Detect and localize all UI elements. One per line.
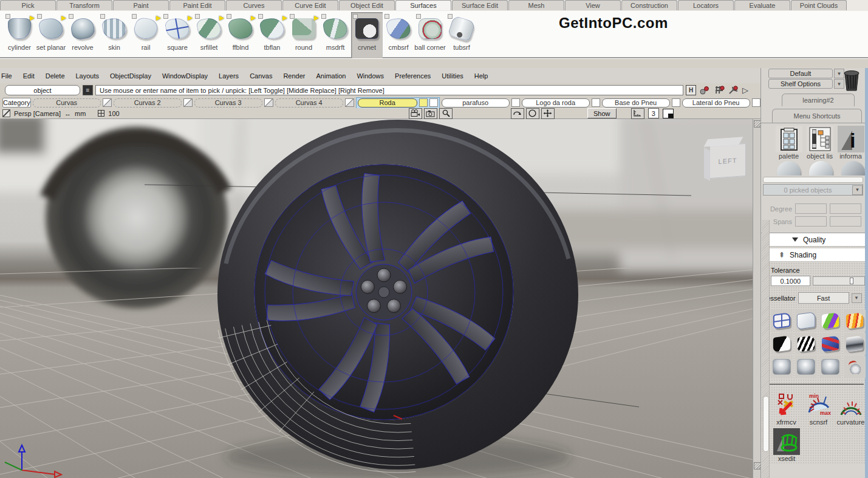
camera-icon[interactable]: [424, 108, 437, 119]
shading-mode-button[interactable]: [819, 310, 841, 332]
history-button[interactable]: H: [686, 85, 696, 95]
shelf-tool-button[interactable]: revolve: [67, 12, 98, 58]
shelf-tool-button[interactable]: set planar: [35, 12, 67, 58]
scnsrf-tool[interactable]: minmax scnsrf: [804, 392, 833, 426]
ruler-icon[interactable]: [631, 108, 644, 119]
menu-item[interactable]: File: [0, 72, 18, 80]
module-tab[interactable]: Transform: [56, 0, 112, 10]
layer-state-icon[interactable]: [183, 98, 193, 107]
tool-option-box[interactable]: [100, 14, 105, 19]
tool-option-box[interactable]: [353, 14, 358, 19]
module-tab[interactable]: Surfaces: [395, 0, 451, 10]
twist-icon[interactable]: [511, 108, 524, 119]
trash-icon[interactable]: [843, 70, 860, 93]
quality-header[interactable]: Quality: [769, 233, 865, 247]
layer-state-icon[interactable]: [672, 98, 680, 107]
tool-option-box[interactable]: [258, 14, 263, 19]
layer-tab[interactable]: Curvas 4: [275, 98, 343, 108]
layer-state-icon[interactable]: [511, 98, 520, 107]
shelf-tool-button[interactable]: round: [288, 12, 320, 58]
menu-item[interactable]: Layouts: [70, 72, 105, 80]
menu-item[interactable]: WindowDisplay: [157, 72, 213, 80]
prompt-input[interactable]: Use mouse or enter name of item to pick …: [95, 85, 683, 95]
layer-state-icon[interactable]: [419, 98, 428, 107]
prompt-expand-arrow[interactable]: ▷: [742, 86, 748, 95]
menu-item[interactable]: Edit: [18, 72, 40, 80]
shelf-tool-button[interactable]: ffblnd: [225, 12, 256, 58]
tab-learning[interactable]: learning#2: [782, 94, 855, 106]
layer-tab-active[interactable]: Roda: [358, 98, 417, 108]
panel-scroll-thumb[interactable]: [763, 396, 769, 452]
tool-option-box[interactable]: [69, 14, 73, 19]
pan-icon[interactable]: [541, 108, 555, 119]
layer-tab[interactable]: Curvas 2: [114, 98, 182, 108]
tolerance-value-field[interactable]: 0.1000: [771, 276, 810, 286]
degree-field-v[interactable]: [830, 203, 861, 214]
menu-item[interactable]: Render: [278, 72, 310, 80]
tool-option-box[interactable]: [37, 14, 42, 19]
shelf-tool-button[interactable]: tubsrf: [446, 12, 477, 58]
pick-hull-icon[interactable]: [728, 85, 740, 96]
shading-mode-button[interactable]: [844, 333, 866, 355]
shading-mode-button[interactable]: [819, 333, 841, 355]
module-tab[interactable]: Surface Edit: [452, 0, 508, 10]
shading-header[interactable]: ⇞ Shading: [769, 248, 865, 262]
module-tab[interactable]: Point Clouds: [791, 0, 847, 10]
tool-option-box[interactable]: [384, 14, 389, 19]
shelf-set-select[interactable]: Default: [768, 69, 833, 78]
layer-tab[interactable]: Curvas 3: [194, 98, 262, 108]
show-button[interactable]: Show: [587, 108, 617, 118]
menu-item[interactable]: Preferences: [389, 72, 436, 80]
tool-option-box[interactable]: [132, 14, 137, 19]
shelf-tool-button[interactable]: cmbsrf: [383, 12, 414, 58]
tool-option-box[interactable]: [321, 14, 326, 19]
panel-scroll-strip[interactable]: [762, 220, 770, 478]
tool-option-box[interactable]: [163, 14, 168, 19]
dome-icon[interactable]: [526, 108, 539, 119]
module-tab[interactable]: Construction: [621, 0, 677, 10]
xsedit-tool[interactable]: xsedit: [772, 428, 801, 462]
pick-filter-select[interactable]: object: [5, 85, 80, 95]
shelf-options-select[interactable]: Shelf Options: [768, 79, 833, 89]
degree-field-u[interactable]: [795, 203, 827, 214]
shelf-tool-button[interactable]: ball corner: [414, 12, 446, 58]
menu-item[interactable]: Layers: [213, 72, 244, 80]
shelf-tool-button[interactable]: msdrft: [320, 12, 351, 58]
picked-objects-bar[interactable]: 0 picked objects ▼: [763, 184, 863, 196]
tool-option-box[interactable]: [448, 14, 453, 19]
prompt-menu-button[interactable]: ≡: [83, 85, 93, 95]
pick-component-icon[interactable]: [713, 85, 725, 96]
spans-field-v[interactable]: [830, 216, 861, 227]
tessellator-dropdown-button[interactable]: ▼: [852, 293, 862, 303]
module-tab[interactable]: Locators: [678, 0, 734, 10]
shelf-tool-button[interactable]: tbflan: [256, 12, 288, 58]
shading-mode-button[interactable]: [844, 356, 866, 378]
tool-option-box[interactable]: [290, 14, 295, 19]
module-tab[interactable]: Mesh: [508, 0, 564, 10]
pick-object-icon[interactable]: [699, 85, 711, 96]
tolerance-slider[interactable]: [813, 276, 865, 285]
window-count-button[interactable]: 3: [648, 108, 659, 118]
layer-tab[interactable]: parafuso: [442, 98, 510, 108]
menu-item[interactable]: Canvas: [244, 72, 278, 80]
shelf-tool-button[interactable]: srfillet: [193, 12, 225, 58]
module-tab[interactable]: Pick: [0, 0, 56, 10]
shading-mode-button[interactable]: [819, 356, 841, 378]
shelf-tool-button[interactable]: square: [162, 12, 193, 58]
single-window-icon[interactable]: [663, 109, 674, 118]
layer-state-icon[interactable]: [752, 98, 760, 107]
layer-tab[interactable]: Logo da roda: [522, 98, 590, 108]
shelf-tool-button[interactable]: crvnet: [351, 12, 383, 58]
module-tab[interactable]: Curve Edit: [282, 0, 338, 10]
menu-item[interactable]: Animation: [311, 72, 352, 80]
shelf-tool-button[interactable]: cylinder: [4, 12, 35, 58]
tool-option-box[interactable]: [416, 14, 421, 19]
shading-mode-button[interactable]: [795, 310, 817, 332]
menu-item[interactable]: ObjectDisplay: [104, 72, 157, 80]
module-tab[interactable]: View: [565, 0, 621, 10]
menu-item[interactable]: Delete: [40, 72, 70, 80]
layer-tab[interactable]: Lateral do Pneu: [682, 98, 750, 108]
menu-item[interactable]: Windows: [351, 72, 389, 80]
layer-state-icon[interactable]: [264, 98, 273, 107]
tool-option-box[interactable]: [5, 14, 10, 19]
